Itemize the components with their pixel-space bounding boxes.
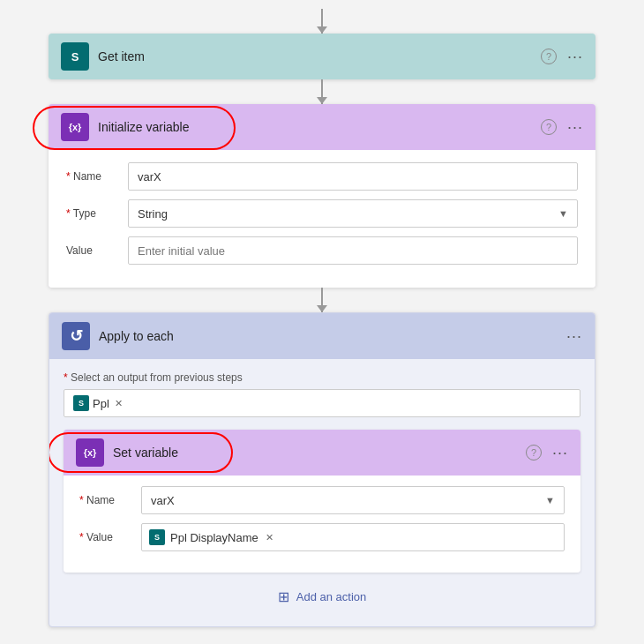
apply-each-icon: ↺: [62, 322, 90, 350]
init-var-value-row: Value: [66, 236, 578, 265]
top-connector: [321, 9, 323, 34]
init-var-wrapper: {x} Initialize variable ? ··· Name Type …: [49, 104, 595, 288]
flow-container: S Get item ? ··· {x} Initialize variable…: [0, 0, 644, 644]
init-var-type-arrow-icon: ▼: [558, 208, 568, 219]
variable-icon: {x}: [61, 113, 89, 141]
init-var-type-row: Type String ▼: [66, 199, 578, 228]
ppl-token: S Ppl ✕: [73, 395, 123, 411]
set-var-info-icon[interactable]: ?: [526, 445, 542, 461]
apply-each-select-label: * Select an output from previous steps: [64, 371, 580, 384]
sharepoint-icon: S: [61, 42, 89, 71]
apply-each-title: Apply to each: [99, 329, 558, 343]
set-var-name-value: varX: [151, 494, 175, 507]
set-var-name-label: Name: [79, 494, 141, 506]
set-var-name-select[interactable]: varX ▼: [141, 486, 565, 514]
apply-each-card: ↺ Apply to each ··· * Select an output f…: [49, 312, 595, 627]
init-var-ellipsis-icon[interactable]: ···: [567, 118, 583, 137]
init-var-title: Initialize variable: [98, 120, 532, 134]
apply-each-wrapper: ↺ Apply to each ··· * Select an output f…: [49, 312, 595, 627]
apply-each-body: * Select an output from previous steps S…: [49, 359, 595, 626]
set-var-card: {x} Set variable ? ··· Name: [64, 430, 580, 573]
set-var-ellipsis-icon[interactable]: ···: [552, 444, 568, 462]
get-item-info-icon[interactable]: ?: [541, 49, 557, 64]
apply-each-token-input[interactable]: S Ppl ✕: [64, 389, 580, 417]
set-var-icon: {x}: [76, 438, 104, 467]
get-item-ellipsis-icon[interactable]: ···: [567, 48, 583, 66]
get-item-actions: ? ···: [541, 48, 583, 66]
set-var-wrapper: {x} Set variable ? ··· Name: [64, 430, 580, 573]
apply-each-header: ↺ Apply to each ···: [49, 313, 595, 359]
add-action-row[interactable]: ⊞ Add an action: [64, 573, 580, 612]
set-var-value-row: Value S Ppl DisplayName ✕: [79, 523, 565, 551]
add-action-label: Add an action: [296, 590, 367, 603]
init-var-info-icon[interactable]: ?: [541, 119, 557, 135]
ppl-token-close-icon[interactable]: ✕: [115, 398, 123, 409]
set-var-body: Name varX ▼ Value S: [64, 476, 580, 573]
display-name-token-icon: S: [149, 529, 165, 545]
init-var-name-row: Name: [66, 162, 578, 191]
get-item-header: S Get item ? ···: [49, 34, 595, 79]
set-var-value-label: Value: [79, 531, 141, 543]
init-var-actions: ? ···: [541, 118, 583, 137]
get-item-title: Get item: [98, 49, 532, 64]
get-item-wrapper: S Get item ? ···: [49, 34, 595, 79]
init-var-value-input[interactable]: [128, 236, 578, 265]
init-var-name-input[interactable]: [128, 162, 578, 191]
display-name-token-close-icon[interactable]: ✕: [266, 532, 273, 543]
init-var-body: Name Type String ▼ Value: [49, 150, 595, 288]
connector-2: [321, 288, 323, 312]
set-var-header: {x} Set variable ? ···: [64, 430, 580, 476]
set-var-name-row: Name varX ▼: [79, 486, 565, 514]
apply-each-ellipsis-icon[interactable]: ···: [566, 327, 582, 346]
init-var-value-label: Value: [66, 244, 128, 257]
init-var-type-label: Type: [66, 207, 128, 220]
display-name-token-text: Ppl DisplayName: [170, 531, 258, 544]
set-var-name-arrow-icon: ▼: [545, 495, 555, 505]
init-var-name-label: Name: [66, 170, 128, 183]
set-var-value-input[interactable]: S Ppl DisplayName ✕: [141, 523, 565, 551]
add-action-icon: ⊞: [278, 588, 289, 605]
init-var-card: {x} Initialize variable ? ··· Name Type …: [49, 104, 595, 288]
init-var-header: {x} Initialize variable ? ···: [49, 104, 595, 150]
init-var-type-value: String: [138, 207, 168, 221]
get-item-card: S Get item ? ···: [49, 34, 595, 79]
set-var-actions: ? ···: [526, 444, 568, 462]
ppl-token-icon: S: [73, 395, 89, 411]
init-var-type-select[interactable]: String ▼: [128, 199, 578, 228]
connector-1: [321, 79, 323, 104]
apply-each-actions: ···: [566, 327, 582, 346]
ppl-token-text: Ppl: [93, 397, 109, 410]
set-var-title: Set variable: [113, 446, 517, 460]
